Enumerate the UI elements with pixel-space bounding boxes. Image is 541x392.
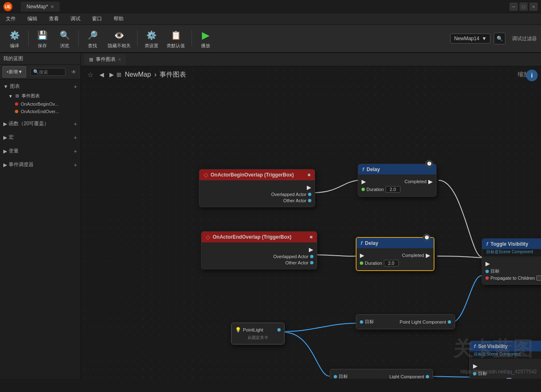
find-label: 查找 [88,43,97,49]
browse-button[interactable]: 🔍 浏览 [54,27,75,51]
toggle-propagate-checkbox[interactable] [536,276,541,281]
sidebar-dispatchers-header[interactable]: ▶ 事件调度器 + [0,160,80,170]
delay2-duration-input[interactable] [384,260,399,266]
point-light-out-pin[interactable] [277,328,281,332]
begin-overlap-icon [15,102,18,106]
sidebar-item-end-overlap[interactable]: OnActorEndOver... [0,108,80,115]
menu-edit[interactable]: 编辑 [25,15,40,23]
graph-tab-close[interactable]: × [118,57,121,63]
lc-target-pin[interactable]: 目标 [334,373,348,379]
new-add-button[interactable]: +新增▼ [2,66,26,77]
sidebar-search-input[interactable] [39,70,63,75]
node-begin-overlap[interactable]: ◇ OnActorBeginOverlap (TriggerBox) ■ ▶ [199,169,315,207]
end-overlap-title: OnActorEndOverlap (TriggerBox) [213,234,291,240]
delay2-completed-pin[interactable]: Completed ▶ [402,252,430,259]
toggle-exec-in[interactable]: ▶ [485,260,490,267]
plc-target-pin[interactable]: 目标 [360,319,374,325]
save-button[interactable]: 💾 保存 [32,27,53,51]
hide-icon: 👁️ [113,29,126,42]
sidebar-functions-add-button[interactable]: + [74,121,77,127]
sidebar-functions-header[interactable]: ▶ 函数（20可覆盖） + [0,119,80,129]
toggle-propagate-pin[interactable]: Propagate to Children [485,276,541,281]
lc-out-pin[interactable]: Light Component [389,374,429,379]
toggle-target-pin[interactable]: 目标 [485,268,500,274]
begin-overlap-other-row: Other Actor [203,198,311,203]
delay2-duration-pin[interactable]: Duration [360,260,399,266]
close-button[interactable]: × [529,2,538,11]
delay1-exec-in[interactable]: ▶ [361,178,366,185]
node-delay2[interactable]: 🕐 f Delay ▶ Completed ▶ [356,237,434,271]
minimize-button[interactable]: ─ [509,2,518,11]
sidebar-variables-add-button[interactable]: + [74,148,77,155]
end-other-row: Other Actor [205,260,313,265]
sidebar-item-begin-overlap[interactable]: OnActorBeginOv... [0,100,80,108]
sidebar-graphs-add-button[interactable]: + [74,83,77,90]
map-select[interactable]: NewMap14 ▼ [450,34,490,44]
plc-out-pin[interactable]: Point Light Component [400,319,451,324]
plc-target-label: 目标 [365,319,374,325]
play-button[interactable]: ▶ 播放 [195,27,216,51]
menu-view[interactable]: 查看 [46,15,61,23]
menu-help[interactable]: 帮助 [111,15,126,23]
tab-bar: NewMap* × [21,2,60,12]
tab-close-button[interactable]: × [51,3,54,10]
class-settings-button[interactable]: ⚙️ 类设置 [141,27,162,51]
title-bar: UE NewMap* × ─ □ × [0,0,541,13]
other-actor-label: Other Actor [283,198,306,203]
restore-button[interactable]: □ [519,2,528,11]
forward-button[interactable]: ▶ [107,70,116,80]
begin-overlap-exec-out[interactable]: ▶ [307,184,311,191]
sidebar-item-event-graph[interactable]: ▼ ⊞ 事件图表 [0,92,80,100]
find-button[interactable]: 🔎 查找 [82,27,103,51]
info-button[interactable]: i [526,70,538,81]
begin-overlap-body: ▶ Overlapped Actor Other Actor [199,180,315,207]
end-other-actor-label: Other Actor [285,260,308,265]
other-actor-pin[interactable]: Other Actor [283,198,311,203]
lc-target-label: 目标 [339,373,348,379]
toolbar-search-button[interactable]: 🔍 [494,33,505,44]
sidebar-macros-add-button[interactable]: + [74,134,77,141]
main-tab[interactable]: NewMap* × [21,2,60,12]
toggle-exec-in-icon: ▶ [485,260,490,267]
class-defaults-button[interactable]: 📋 类默认值 [163,27,188,51]
node-light-component[interactable]: 目标 Light Component [330,369,433,379]
hide-button[interactable]: 👁️ 隐藏不相关 [104,27,134,51]
delay1-completed-pin[interactable]: Completed ▶ [405,178,433,185]
toggle-exec-row: ▶ ▶ [485,260,541,267]
sidebar-graphs-header[interactable]: ▼ 图表 + [0,81,80,92]
sidebar-eye-button[interactable]: 👁 [70,66,78,77]
end-overlap-exec-out[interactable]: ▶ [309,246,313,253]
end-overlapped-actor-pin[interactable]: Overlapped Actor [273,254,313,259]
node-point-light-component[interactable]: 目标 Point Light Component [356,314,455,329]
menu-window[interactable]: 窗口 [90,15,104,23]
delay1-duration-input[interactable] [386,186,400,193]
node-toggle-visibility[interactable]: f Toggle Visibility 目标是Scene Component ▶… [482,238,541,285]
node-delay1[interactable]: 🕐 f Delay ▶ Completed ▶ [358,164,437,197]
end-overlap-collapse[interactable]: ■ [310,234,313,240]
node-point-light[interactable]: 💡 PointLight 从固定关卡 [231,322,285,345]
lc-out-pin-icon [426,375,429,378]
sidebar-dispatchers-add-button[interactable]: + [74,162,77,168]
sidebar-macros-section: ▶ 宏 + [0,131,80,144]
menu-file[interactable]: 文件 [3,15,18,23]
compile-button[interactable]: ⚙️ 编译 [4,27,25,51]
favorite-button[interactable]: ☆ [87,71,93,79]
event-graph-tab[interactable]: ⊞ 事件图表 × [84,54,126,65]
blueprint-canvas[interactable]: ☆ ◀ ▶ ⊞ NewMap › 事件图表 缩放-2 [81,66,541,379]
sidebar-search-box[interactable]: 🔍 [30,68,66,76]
menu-debug[interactable]: 调试 [68,15,83,23]
end-other-actor-pin[interactable]: Other Actor [285,260,313,265]
begin-overlap-collapse[interactable]: ■ [308,172,311,178]
delay2-exec-in[interactable]: ▶ [360,252,364,259]
node-end-overlap[interactable]: ◇ OnActorEndOverlap (TriggerBox) ■ ▶ [201,231,317,269]
overlapped-actor-pin[interactable]: Overlapped Actor [271,192,311,197]
delay1-duration-pin[interactable]: Duration [361,186,400,193]
back-button[interactable]: ◀ [97,70,107,80]
set-new-visibility-pin[interactable]: New Visibility [473,378,512,379]
sidebar-macros-header[interactable]: ▶ 宏 + [0,132,80,143]
sidebar-variables-header[interactable]: ▶ 变量 + [0,146,80,156]
set-new-visibility-checkbox[interactable] [507,378,512,379]
compile-label: 编译 [10,43,19,49]
set-exec-in[interactable]: ▶ [473,363,478,369]
class-defaults-label: 类默认值 [167,43,185,49]
